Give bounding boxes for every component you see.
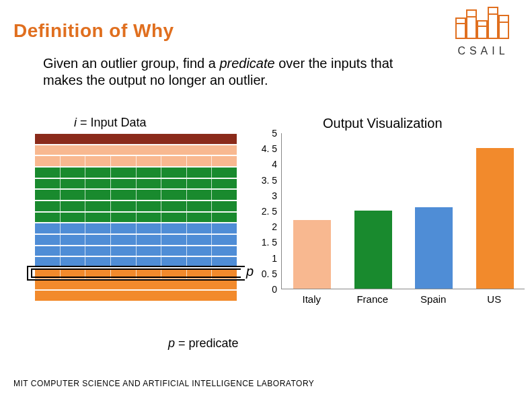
table-row <box>35 201 237 212</box>
x-tick-label: Italy <box>302 293 321 305</box>
output-chart: 00. 511. 522. 533. 544. 55 ItalyFranceSp… <box>256 133 525 308</box>
table-row <box>35 268 237 279</box>
subtitle-pre: Given an outlier group, find a <box>43 56 219 71</box>
y-tick-label: 0 <box>272 284 277 295</box>
y-tick-label: 1 <box>272 253 277 264</box>
plot-area <box>281 133 525 289</box>
predicate-caption: p = predicate <box>168 336 239 351</box>
svg-rect-2 <box>478 21 487 38</box>
predicate-p: p <box>168 336 175 350</box>
table-row <box>35 178 237 190</box>
table-row <box>35 279 237 291</box>
table-row <box>35 290 237 301</box>
svg-rect-0 <box>456 18 465 38</box>
svg-rect-1 <box>467 10 476 38</box>
y-tick-label: 4 <box>272 159 277 170</box>
table-row <box>35 212 237 223</box>
x-tick-label: US <box>487 293 501 305</box>
table-row <box>35 223 237 234</box>
chart-title: Output Visualization <box>323 116 443 131</box>
x-tick-label: France <box>356 293 388 305</box>
y-tick-label: 5 <box>272 128 277 139</box>
input-rest: = Input Data <box>77 116 147 129</box>
table-row <box>35 246 237 257</box>
y-tick-label: 4. 5 <box>262 143 277 154</box>
y-tick-label: 2. 5 <box>262 206 277 217</box>
svg-rect-4 <box>499 15 508 38</box>
y-tick-label: 2 <box>272 221 277 232</box>
svg-rect-3 <box>488 7 498 38</box>
slide-subtitle: Given an outlier group, find a predicate… <box>43 55 433 89</box>
table-row <box>35 167 237 178</box>
table-row <box>35 256 237 268</box>
y-axis-labels: 00. 511. 522. 533. 544. 55 <box>256 133 278 289</box>
csail-logo: CSAIL <box>448 3 519 57</box>
table-row <box>35 145 237 156</box>
x-axis-labels: ItalyFranceSpainUS <box>281 292 525 308</box>
table-row <box>35 234 237 246</box>
slide-title: Definition of Why <box>13 20 174 42</box>
table-row <box>35 189 237 201</box>
logo-text: CSAIL <box>448 45 519 57</box>
x-tick-label: Spain <box>420 293 446 305</box>
bar <box>415 207 453 289</box>
bar <box>354 211 392 289</box>
bar <box>476 148 514 289</box>
p-label: p <box>246 264 254 279</box>
p-letter: p <box>246 264 254 279</box>
input-data-table <box>35 133 237 301</box>
subtitle-em: predicate <box>219 56 274 71</box>
input-data-label: i = Input Data <box>74 116 147 130</box>
table-row <box>35 155 237 167</box>
y-tick-label: 1. 5 <box>262 237 277 248</box>
y-tick-label: 0. 5 <box>262 268 277 279</box>
y-tick-label: 3 <box>272 190 277 201</box>
y-tick-label: 3. 5 <box>262 175 277 186</box>
footer-text: MIT COMPUTER SCIENCE AND ARTIFICIAL INTE… <box>13 379 314 388</box>
bar <box>293 220 331 289</box>
table-row <box>35 133 237 145</box>
predicate-rest: = predicate <box>175 336 239 350</box>
